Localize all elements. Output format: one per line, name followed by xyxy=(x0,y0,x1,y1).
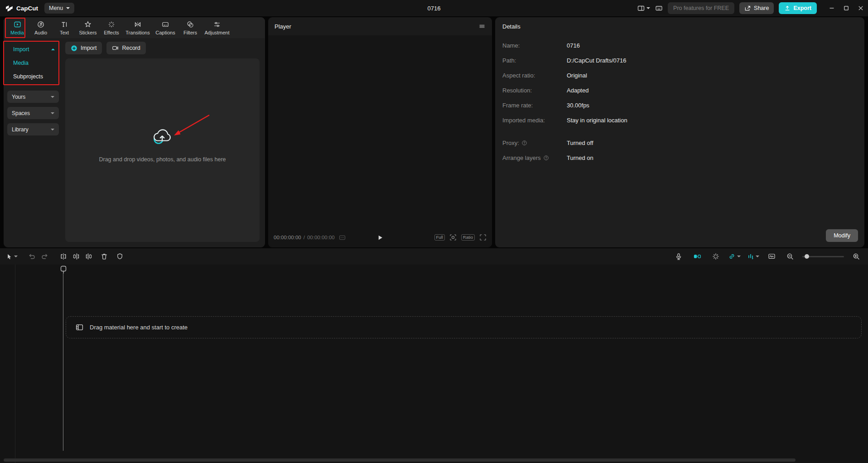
detail-value: Turned off xyxy=(567,140,593,146)
split-button[interactable] xyxy=(57,251,70,262)
tab-audio[interactable]: Audio xyxy=(29,18,53,38)
auto-reframe-icon xyxy=(694,253,701,260)
undo-button[interactable] xyxy=(25,251,38,262)
details-row-frame-rate: Frame rate: 30.00fps xyxy=(502,101,857,110)
detail-label: Proxy: xyxy=(502,140,519,146)
close-icon xyxy=(858,5,863,11)
full-quality-badge[interactable]: Full xyxy=(434,234,445,241)
film-track-icon xyxy=(75,323,84,331)
redo-button[interactable] xyxy=(38,251,51,262)
minimize-button[interactable] xyxy=(825,0,839,16)
media-content: Import Record xyxy=(63,38,265,247)
info-icon[interactable] xyxy=(521,140,527,146)
undo-icon xyxy=(28,253,36,260)
modify-button[interactable]: Modify xyxy=(826,229,858,242)
share-button[interactable]: Share xyxy=(739,2,774,14)
cursor-tool-button[interactable] xyxy=(5,251,18,262)
ratio-badge[interactable]: Ratio xyxy=(461,234,475,241)
fullscreen-icon[interactable] xyxy=(479,234,487,241)
sidebar-item-import[interactable]: Import xyxy=(7,43,59,56)
timeline-zoom-slider[interactable] xyxy=(802,256,844,257)
plus-icon xyxy=(71,45,77,52)
zoom-in-button[interactable] xyxy=(850,251,863,262)
timeline-body[interactable]: Drag material here and start to create xyxy=(0,265,868,463)
link-clips-button[interactable] xyxy=(728,251,741,262)
sidebar-group-library[interactable]: Library xyxy=(7,123,59,135)
share-label: Share xyxy=(754,5,769,11)
tab-effects[interactable]: Effects xyxy=(100,18,123,38)
timeline-dropzone[interactable]: Drag material here and start to create xyxy=(66,316,862,338)
delete-right-button[interactable] xyxy=(82,251,95,262)
detail-value: Original xyxy=(567,72,587,79)
sidebar-item-media[interactable]: Media xyxy=(7,56,59,70)
mic-icon xyxy=(675,253,682,260)
panel-menu-icon[interactable] xyxy=(478,23,486,30)
link-icon xyxy=(728,253,736,260)
pro-features-button[interactable]: Pro features for FREE xyxy=(668,2,734,14)
tab-stickers[interactable]: Stickers xyxy=(76,18,100,38)
delete-left-icon xyxy=(72,253,80,260)
tab-filters[interactable]: Filters xyxy=(178,18,202,38)
detail-value: Stay in original location xyxy=(567,117,627,124)
delete-right-icon xyxy=(85,253,92,260)
details-body: Name: 0716 Path: D:/CapCut Drafts/0716 A… xyxy=(495,35,864,247)
chevron-up-icon xyxy=(51,48,55,50)
zoom-out-button[interactable] xyxy=(784,251,796,262)
play-button[interactable] xyxy=(377,234,384,241)
tab-transitions[interactable]: Transitions xyxy=(123,18,152,38)
maximize-icon xyxy=(844,5,849,11)
detail-label: Path: xyxy=(502,57,567,64)
close-button[interactable] xyxy=(854,0,868,16)
media-sidebar: Import Media Subprojects Yours Spaces xyxy=(4,38,63,247)
panel-layout-button[interactable] xyxy=(637,5,650,12)
playhead-marker-icon[interactable] xyxy=(60,265,67,275)
detail-label: Arrange layers xyxy=(502,154,541,161)
auto-reframe-button[interactable] xyxy=(691,251,704,262)
capcut-logo-icon xyxy=(5,5,13,12)
timecode-settings-icon[interactable] xyxy=(339,235,346,241)
sidebar-group-spaces[interactable]: Spaces xyxy=(7,107,59,119)
mask-button[interactable] xyxy=(113,251,126,262)
detail-label: Aspect ratio: xyxy=(502,72,567,79)
chevron-down-icon xyxy=(646,7,650,9)
detail-value: 30.00fps xyxy=(567,102,589,109)
tab-label: Text xyxy=(60,30,69,35)
playhead-line[interactable] xyxy=(63,271,63,451)
media-dropzone[interactable]: Drag and drop videos, photos, and audio … xyxy=(65,58,260,242)
export-button[interactable]: Export xyxy=(779,2,817,14)
menu-label: Menu xyxy=(49,5,63,11)
panel-layout-icon xyxy=(637,5,645,12)
detail-label: Name: xyxy=(502,42,567,49)
timeline-horizontal-scrollbar[interactable] xyxy=(4,458,796,462)
import-button[interactable]: Import xyxy=(65,42,102,54)
tab-label: Effects xyxy=(104,30,119,35)
details-row-name: Name: 0716 xyxy=(502,41,857,50)
info-icon[interactable] xyxy=(543,155,549,161)
titlebar: CapCut Menu 0716 Pro features for FREE S… xyxy=(0,0,868,16)
sidebar-group-yours[interactable]: Yours xyxy=(7,91,59,103)
preview-quality-button[interactable] xyxy=(765,251,778,262)
record-button[interactable]: Record xyxy=(106,42,145,54)
filters-tab-icon xyxy=(187,20,194,29)
chevron-down-icon xyxy=(756,256,759,257)
keyboard-shortcuts-button[interactable] xyxy=(655,5,663,12)
player-title: Player xyxy=(275,23,291,30)
sidebar-item-subprojects[interactable]: Subprojects xyxy=(7,70,59,83)
timecode-current: 00:00:00:00 xyxy=(274,235,301,240)
fit-screen-icon[interactable] xyxy=(449,234,457,241)
tab-text[interactable]: Text xyxy=(53,18,76,38)
delete-left-button[interactable] xyxy=(70,251,82,262)
snapping-button[interactable] xyxy=(709,251,722,262)
tab-media[interactable]: Media xyxy=(5,18,29,38)
zoom-slider-thumb[interactable] xyxy=(805,254,809,259)
tab-captions[interactable]: Captions xyxy=(152,18,178,38)
detail-label: Imported media: xyxy=(502,117,567,124)
voiceover-button[interactable] xyxy=(672,251,685,262)
export-icon xyxy=(784,5,791,11)
audio-levels-button[interactable] xyxy=(747,251,759,262)
delete-button[interactable] xyxy=(98,251,111,262)
menu-button[interactable]: Menu xyxy=(44,3,74,14)
maximize-button[interactable] xyxy=(839,0,854,16)
sidebar-item-label: Subprojects xyxy=(13,73,43,80)
tab-adjustment[interactable]: Adjustment xyxy=(202,18,232,38)
